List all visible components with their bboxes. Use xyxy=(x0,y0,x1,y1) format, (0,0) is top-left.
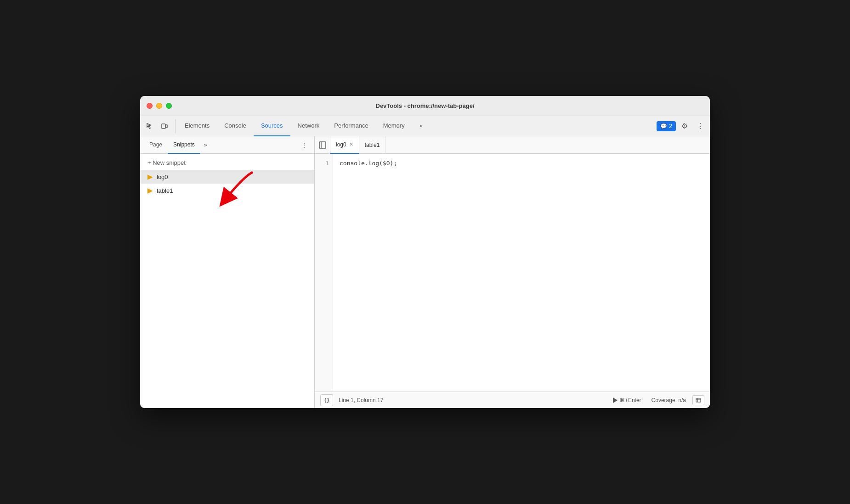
tab-sources[interactable]: Sources xyxy=(254,116,290,136)
tab-snippets[interactable]: Snippets xyxy=(168,136,200,154)
toolbar-tabs: Elements Console Sources Network Perform… xyxy=(177,116,657,136)
run-icon xyxy=(613,398,618,403)
tab-performance[interactable]: Performance xyxy=(327,116,375,136)
tab-more[interactable]: » xyxy=(412,116,430,136)
feedback-badge-button[interactable]: 💬 2 xyxy=(657,121,676,131)
editor-tabs: log0 ✕ table1 xyxy=(315,136,710,154)
toolbar: Elements Console Sources Network Perform… xyxy=(140,116,710,136)
left-panel: Page Snippets » ⋮ + New snippet xyxy=(140,136,315,408)
more-options-button[interactable]: ⋮ xyxy=(693,119,707,133)
inspect-element-button[interactable] xyxy=(143,119,157,133)
settings-button[interactable]: ⚙ xyxy=(678,119,691,133)
run-button[interactable]: ⌘+Enter xyxy=(613,397,641,403)
editor-tab-table1[interactable]: table1 xyxy=(359,136,386,154)
svg-rect-5 xyxy=(696,398,701,402)
snippet-file-icon-table1: ▶ xyxy=(147,186,153,195)
tab-console[interactable]: Console xyxy=(217,116,254,136)
svg-rect-0 xyxy=(162,124,165,129)
snippet-list: + New snippet ▶ log0 ▶ table1 xyxy=(140,154,314,408)
svg-rect-1 xyxy=(166,125,167,128)
left-panel-menu-button[interactable]: ⋮ xyxy=(298,139,311,151)
editor-tab-log0[interactable]: log0 ✕ xyxy=(330,136,359,154)
snippet-file-icon-log0: ▶ xyxy=(147,173,153,181)
right-panel: log0 ✕ table1 1 console.log($0); {} L xyxy=(315,136,710,408)
coverage-mini-button[interactable] xyxy=(692,395,704,405)
run-controls: ⌘+Enter Coverage: n/a xyxy=(613,395,704,405)
code-editor: 1 console.log($0); xyxy=(315,154,710,392)
toolbar-right: 💬 2 ⚙ ⋮ xyxy=(657,119,707,133)
window-title: DevTools - chrome://new-tab-page/ xyxy=(375,102,474,109)
coverage-label: Coverage: n/a xyxy=(652,397,686,403)
format-code-button[interactable]: {} xyxy=(320,394,333,406)
tab-memory[interactable]: Memory xyxy=(376,116,412,136)
new-snippet-button[interactable]: + New snippet xyxy=(140,156,314,170)
left-panel-content: + New snippet ▶ log0 ▶ table1 xyxy=(140,154,314,408)
code-content[interactable]: console.log($0); xyxy=(333,154,710,392)
tab-network[interactable]: Network xyxy=(290,116,327,136)
close-button[interactable] xyxy=(147,103,153,109)
traffic-lights xyxy=(147,103,172,109)
maximize-button[interactable] xyxy=(166,103,172,109)
left-panel-tabs: Page Snippets » ⋮ xyxy=(140,136,314,154)
run-shortcut-label: ⌘+Enter xyxy=(619,397,641,403)
editor-tab-close-log0[interactable]: ✕ xyxy=(349,141,353,147)
line-numbers: 1 xyxy=(315,154,333,392)
devtools-window: DevTools - chrome://new-tab-page/ Elemen… xyxy=(140,96,710,408)
minimize-button[interactable] xyxy=(156,103,162,109)
cursor-position: Line 1, Column 17 xyxy=(339,397,383,403)
titlebar: DevTools - chrome://new-tab-page/ xyxy=(140,96,710,116)
main-content: Page Snippets » ⋮ + New snippet xyxy=(140,136,710,408)
sidebar-toggle-button[interactable] xyxy=(315,136,330,154)
tab-page[interactable]: Page xyxy=(144,136,168,154)
status-bar: {} Line 1, Column 17 ⌘+Enter Coverage: n… xyxy=(315,392,710,408)
snippet-item-table1[interactable]: ▶ table1 xyxy=(140,184,314,197)
toolbar-devtools-icons xyxy=(143,119,176,133)
tab-more-left[interactable]: » xyxy=(200,141,211,148)
snippet-item-log0[interactable]: ▶ log0 xyxy=(140,170,314,184)
device-toolbar-button[interactable] xyxy=(158,119,171,133)
tab-elements[interactable]: Elements xyxy=(177,116,217,136)
svg-rect-3 xyxy=(319,142,326,148)
